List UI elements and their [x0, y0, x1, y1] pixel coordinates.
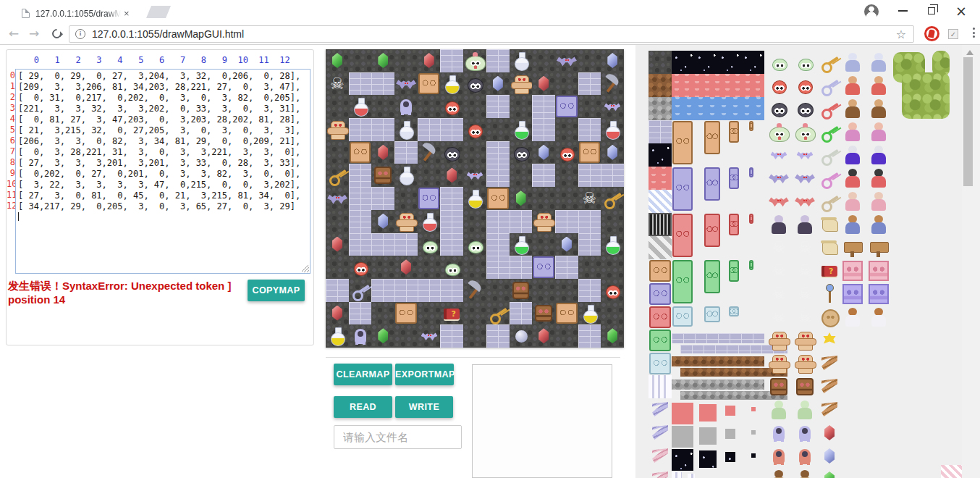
brick-floor-tile[interactable]	[440, 279, 463, 302]
brick-floor-tile[interactable]	[371, 233, 394, 256]
brick-floor-tile[interactable]	[440, 118, 463, 141]
dark-ground-tile[interactable]	[463, 95, 486, 118]
brick-floor-tile[interactable]	[349, 302, 372, 325]
palette-tile-wing-lavender[interactable]	[649, 398, 672, 422]
dark-ground-tile[interactable]	[601, 256, 624, 279]
palette-magic-staff[interactable]	[818, 282, 841, 306]
skeleton-tile[interactable]	[326, 72, 349, 96]
brick-floor-tile[interactable]	[555, 210, 578, 233]
dark-ground-tile[interactable]	[394, 49, 418, 72]
palette-wing-item[interactable]	[818, 352, 841, 375]
palette-tile-brick-floor[interactable]	[649, 120, 672, 143]
brick-floor-tile[interactable]	[349, 164, 372, 187]
pickaxe-tile[interactable]	[463, 279, 486, 302]
ghost-tile[interactable]	[394, 95, 418, 118]
palette-strip-red-ground[interactable]	[672, 74, 764, 97]
palette-monk[interactable]	[841, 74, 864, 97]
palette-scroll[interactable]	[818, 236, 841, 259]
palette-door-violet-small[interactable]	[728, 167, 740, 190]
yellow-potion-tile[interactable]	[326, 324, 349, 348]
palette-pillar-mid[interactable]	[688, 474, 695, 478]
palette-gold-key[interactable]	[818, 51, 841, 74]
brick-floor-tile[interactable]	[578, 210, 601, 233]
brick-floor-tile[interactable]	[371, 72, 394, 96]
gold-key-tile[interactable]	[486, 302, 510, 325]
dark-ground-tile[interactable]	[555, 164, 578, 187]
palette-vampire[interactable]	[767, 213, 790, 236]
brick-floor-tile[interactable]	[510, 302, 533, 325]
brick-floor-tile[interactable]	[440, 49, 463, 72]
palette-scroll-quill[interactable]	[818, 213, 841, 236]
palette-pink-priest[interactable]	[867, 190, 890, 213]
palette-big-bat[interactable]	[767, 167, 790, 190]
clear-potion-tile[interactable]	[394, 164, 418, 187]
dark-ground-tile[interactable]	[578, 256, 601, 279]
palette-mip-starfield[interactable]	[751, 453, 756, 458]
wood-door-tile[interactable]	[349, 141, 372, 164]
brick-floor-tile[interactable]	[349, 72, 372, 96]
brick-floor-tile[interactable]	[371, 187, 394, 210]
export-output-box[interactable]	[472, 364, 612, 478]
palette-violet-face-wall[interactable]	[867, 282, 890, 306]
palette-boy[interactable]	[867, 213, 890, 236]
palette-tile-red-ground[interactable]	[649, 167, 672, 190]
checkbox-extension-icon[interactable]: ✓	[948, 29, 958, 39]
palette-hat-man[interactable]	[767, 468, 790, 478]
palette-small-bat[interactable]	[767, 143, 790, 167]
palette-door-wood-small[interactable]	[728, 120, 740, 143]
palette-door-ice-small[interactable]	[728, 306, 740, 317]
palette-spell-book[interactable]	[818, 259, 841, 282]
palette-tile-stairs[interactable]	[649, 236, 672, 259]
red-gem-tile[interactable]	[371, 141, 394, 164]
dark-ground-tile[interactable]	[326, 256, 349, 279]
stone-face-tile[interactable]	[510, 279, 533, 302]
palette-blue-wizard[interactable]	[867, 143, 890, 167]
brick-floor-tile[interactable]	[440, 324, 463, 348]
violet-door-tile[interactable]	[555, 95, 578, 118]
brick-floor-tile[interactable]	[349, 187, 372, 210]
wood-door-tile[interactable]	[418, 72, 441, 96]
green-slime-tile[interactable]	[418, 233, 441, 256]
dark-ground-tile[interactable]	[510, 164, 533, 187]
palette-violet-face-wall[interactable]	[841, 282, 864, 306]
browser-menu-icon[interactable]	[973, 28, 975, 38]
palette-red-priest[interactable]	[841, 167, 864, 190]
palette-silver-key[interactable]	[818, 74, 841, 97]
palette-slime-king[interactable]	[767, 120, 790, 143]
pickaxe-tile[interactable]	[418, 141, 441, 164]
dark-ground-tile[interactable]	[486, 279, 510, 302]
brick-floor-tile[interactable]	[394, 233, 418, 256]
dark-ground-tile[interactable]	[463, 324, 486, 348]
dark-ground-tile[interactable]	[371, 256, 394, 279]
dark-ground-tile[interactable]	[601, 302, 624, 325]
brick-floor-tile[interactable]	[486, 256, 510, 279]
small-bat-tile[interactable]	[463, 164, 486, 187]
info-icon[interactable]: i	[75, 29, 85, 39]
dark-ground-tile[interactable]	[532, 187, 555, 210]
brick-floor-tile[interactable]	[578, 233, 601, 256]
dark-ground-tile[interactable]	[326, 141, 349, 164]
red-gem-tile[interactable]	[326, 302, 349, 325]
brick-floor-tile[interactable]	[371, 279, 394, 302]
palette-red-key[interactable]	[818, 97, 841, 120]
palette-mip-red[interactable]	[699, 404, 717, 422]
palette-pillar-tall[interactable]	[672, 472, 682, 478]
palette-yellow-star[interactable]	[818, 329, 841, 352]
palette-boy[interactable]	[841, 213, 864, 236]
palette-green-key[interactable]	[818, 120, 841, 143]
palette-pink-face-wall[interactable]	[841, 259, 864, 282]
palette-skeleton-warrior[interactable]	[793, 282, 816, 306]
dark-ground-tile[interactable]	[578, 49, 601, 72]
palette-walkway-brown[interactable]	[672, 356, 764, 366]
dark-ground-tile[interactable]	[532, 49, 555, 72]
palette-mip-starfield[interactable]	[725, 452, 735, 462]
brick-floor-tile[interactable]	[486, 49, 510, 72]
palette-mip-red[interactable]	[672, 403, 693, 424]
palette-mip-gray[interactable]	[751, 430, 756, 435]
red-blob-tile[interactable]	[555, 141, 578, 164]
dark-ground-tile[interactable]	[510, 95, 533, 118]
palette-golem[interactable]	[767, 329, 790, 352]
blue-gem-tile[interactable]	[371, 210, 394, 233]
brick-floor-tile[interactable]	[394, 141, 418, 164]
palette-pink-stripe-corner[interactable]	[941, 465, 962, 478]
